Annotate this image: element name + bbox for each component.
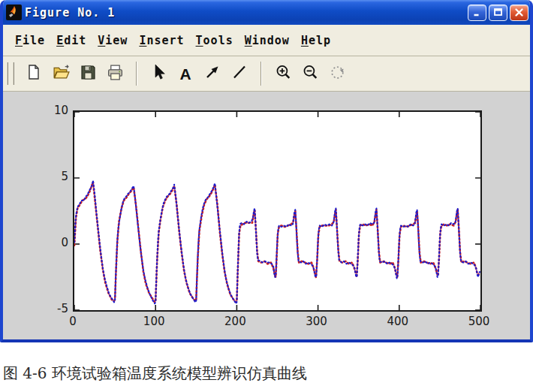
minimize-button[interactable] <box>468 5 486 21</box>
toolbar-grip[interactable] <box>7 62 14 85</box>
series-model-output-red <box>74 182 479 302</box>
x-tick-label: 300 <box>300 315 333 328</box>
save-figure-button[interactable] <box>76 62 100 86</box>
menu-insert[interactable]: Insert <box>139 34 184 47</box>
x-tick-label: 400 <box>381 315 414 328</box>
titlebar[interactable]: Figure No. 1 <box>0 0 533 25</box>
new-figure-button[interactable] <box>22 62 46 86</box>
plot-axes <box>73 110 482 312</box>
menubar: File Edit View Insert Tools Window Help <box>3 25 530 56</box>
series-measured-output-blue <box>74 181 480 304</box>
toolbar-separator <box>136 62 137 86</box>
arrow-cursor-icon <box>149 63 167 84</box>
zoom-in-button[interactable] <box>271 62 295 86</box>
rotate-3d-button[interactable] <box>325 62 349 86</box>
y-tick-label: -5 <box>35 302 68 315</box>
figure-caption: 图 4-6 环境试验箱温度系统模型辨识仿真曲线 <box>3 363 528 384</box>
x-tick-label: 0 <box>56 315 89 328</box>
save-icon <box>79 63 97 84</box>
text-tool-button[interactable]: A <box>173 62 197 86</box>
arrow-annotation-icon <box>203 63 221 84</box>
line-annotation-icon <box>230 63 248 84</box>
menu-window[interactable]: Window <box>245 34 290 47</box>
print-icon <box>106 63 125 85</box>
zoom-out-button[interactable] <box>298 62 322 86</box>
line-annotation-button[interactable] <box>227 62 251 86</box>
matlab-figure-icon <box>6 5 22 20</box>
print-figure-button[interactable] <box>103 62 127 86</box>
x-tick-label: 500 <box>462 315 495 328</box>
toolbar: A <box>3 56 530 92</box>
menu-file[interactable]: File <box>15 34 45 47</box>
text-label-icon: A <box>179 66 191 82</box>
x-tick-label: 200 <box>218 315 251 328</box>
y-tick-label: 0 <box>35 236 68 249</box>
zoom-out-icon <box>301 63 320 85</box>
select-tool-button[interactable] <box>146 62 170 86</box>
figure-window: Figure No. 1 File Edit View Insert Tools… <box>0 0 533 342</box>
screenshot-page: Figure No. 1 File Edit View Insert Tools… <box>0 0 533 392</box>
plot-data-svg <box>74 112 480 310</box>
open-folder-icon <box>52 63 71 85</box>
menu-help[interactable]: Help <box>301 34 331 47</box>
window-title: Figure No. 1 <box>25 6 465 20</box>
menu-view[interactable]: View <box>98 34 128 47</box>
x-tick-label: 100 <box>137 315 170 328</box>
open-file-button[interactable] <box>49 62 73 86</box>
close-button[interactable] <box>510 5 528 21</box>
arrow-annotation-button[interactable] <box>200 62 224 86</box>
figure-canvas: -50510 0100200300400500 <box>3 92 530 339</box>
y-tick-label: 5 <box>35 170 68 183</box>
maximize-button[interactable] <box>489 5 507 21</box>
rotate-3d-icon <box>328 63 347 85</box>
menu-edit[interactable]: Edit <box>56 34 86 47</box>
zoom-in-icon <box>274 63 293 85</box>
toolbar-separator <box>260 62 262 86</box>
menu-tools[interactable]: Tools <box>196 34 233 47</box>
new-document-icon <box>25 63 43 84</box>
y-tick-label: 10 <box>35 104 68 117</box>
